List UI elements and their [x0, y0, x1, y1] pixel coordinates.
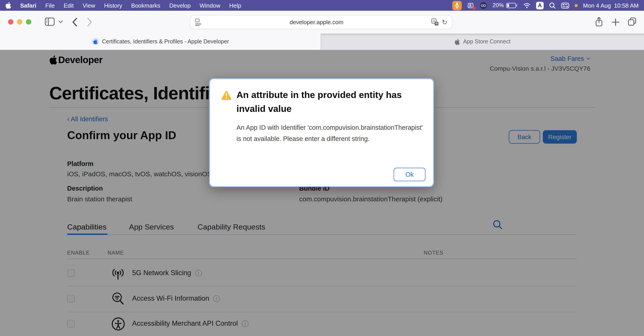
menu-edit[interactable]: Edit: [64, 2, 74, 9]
apple-gray-favicon: [454, 38, 460, 45]
reload-icon[interactable]: ↻: [442, 18, 448, 26]
battery-percent-label: 20%: [493, 2, 504, 8]
menu-help[interactable]: Help: [229, 2, 242, 9]
menu-bar: Safari File Edit View History Bookmarks …: [0, 0, 644, 11]
tab-bar: Certificates, Identifiers & Profiles - A…: [0, 33, 644, 50]
error-dialog: An attribute in the provided entity has …: [209, 78, 434, 187]
app-status-badge-icon[interactable]: [467, 2, 474, 9]
battery-status[interactable]: 20%: [493, 2, 518, 8]
spotlight-search-icon[interactable]: [549, 2, 556, 9]
menu-bar-clock[interactable]: Mon 4 Aug10:58 AM: [583, 2, 639, 9]
new-tab-icon[interactable]: [612, 18, 619, 26]
reader-view-icon[interactable]: [195, 18, 202, 26]
screen-recording-indicator-icon: [574, 4, 578, 7]
menu-history[interactable]: History: [104, 2, 122, 9]
control-center-icon[interactable]: [561, 2, 569, 8]
tab-title: Certificates, Identifiers & Profiles - A…: [102, 38, 229, 45]
menu-file[interactable]: File: [45, 2, 55, 9]
wifi-icon[interactable]: [523, 2, 531, 8]
safari-toolbar: developer.apple.com A ↻: [0, 11, 644, 33]
close-window-button[interactable]: [8, 19, 14, 25]
dialog-message: An App ID with Identifier 'com.compuvisi…: [236, 122, 426, 144]
sidebar-toggle-icon[interactable]: [45, 17, 55, 26]
minimize-window-button[interactable]: [17, 19, 22, 25]
menu-safari[interactable]: Safari: [20, 2, 36, 9]
url-text[interactable]: developer.apple.com: [202, 19, 432, 25]
apple-developer-favicon: [92, 38, 99, 45]
back-button-icon[interactable]: [72, 17, 78, 27]
macos-screen: Safari File Edit View History Bookmarks …: [0, 0, 644, 336]
microphone-indicator-icon[interactable]: [452, 1, 462, 10]
tab-overview-icon[interactable]: [628, 17, 637, 26]
menu-bookmarks[interactable]: Bookmarks: [131, 2, 160, 9]
zoom-window-button[interactable]: [26, 19, 31, 25]
warning-icon: [221, 89, 232, 100]
share-icon[interactable]: [595, 16, 603, 27]
address-bar[interactable]: developer.apple.com A ↻: [190, 15, 452, 29]
tab-app-store-connect[interactable]: App Store Connect: [321, 33, 644, 50]
menu-develop[interactable]: Develop: [169, 2, 190, 9]
tab-title: App Store Connect: [463, 38, 510, 45]
dialog-title: An attribute in the provided entity has …: [236, 88, 416, 115]
battery-icon: [506, 2, 518, 8]
menu-window[interactable]: Window: [200, 2, 220, 9]
translate-icon[interactable]: A: [432, 18, 439, 26]
menu-view[interactable]: View: [83, 2, 95, 9]
input-source-icon[interactable]: A: [536, 1, 544, 9]
creative-cloud-icon[interactable]: [480, 1, 487, 9]
apple-menu-icon[interactable]: [5, 2, 11, 9]
tab-certificates-identifiers[interactable]: Certificates, Identifiers & Profiles - A…: [0, 33, 321, 50]
forward-button-icon[interactable]: [87, 17, 93, 27]
ok-button[interactable]: Ok: [394, 168, 426, 181]
sidebar-chevron-down-icon[interactable]: [58, 20, 63, 24]
